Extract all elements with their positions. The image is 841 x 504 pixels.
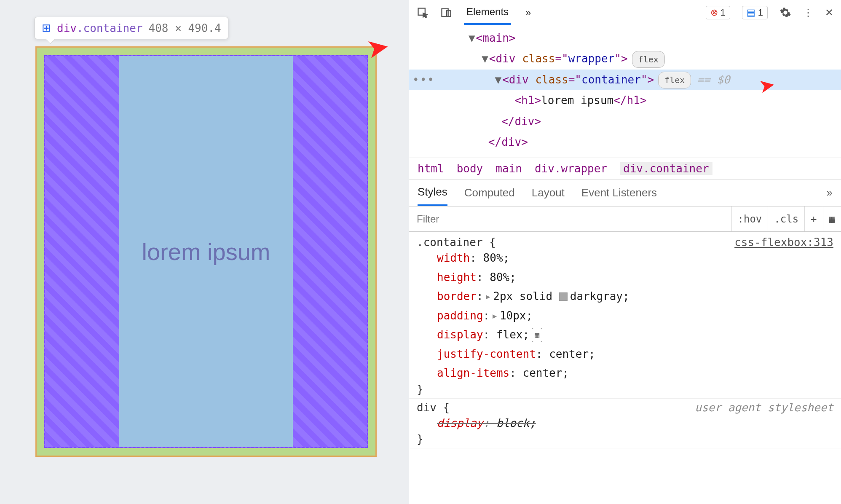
info-badge[interactable]: ▤1 bbox=[742, 6, 768, 19]
devtools-toolbar: Elements » ⊗1 ▤1 ⋮ ✕ bbox=[409, 0, 841, 25]
dom-node-close[interactable]: </div> bbox=[409, 132, 841, 153]
tooltip-selector: div.container bbox=[57, 22, 143, 35]
inspect-icon[interactable] bbox=[417, 7, 429, 19]
tooltip-dimensions: 408 × 490.4 bbox=[149, 22, 221, 35]
elements-tree[interactable]: ▼<main> ▼<div class="wrapper">flex ••• ▼… bbox=[409, 25, 841, 158]
close-icon[interactable]: ✕ bbox=[825, 7, 833, 19]
settings-icon[interactable] bbox=[779, 7, 791, 19]
new-rule-button[interactable]: + bbox=[804, 206, 822, 231]
subtab-computed[interactable]: Computed bbox=[464, 186, 515, 199]
crumb[interactable]: html bbox=[418, 162, 444, 175]
crumb[interactable]: body bbox=[457, 162, 483, 175]
css-rule-div-ua[interactable]: div { user agent stylesheet display: blo… bbox=[409, 399, 841, 449]
css-rule-container[interactable]: .container { css-flexbox:313 width: 80%;… bbox=[409, 233, 841, 399]
subtab-layout[interactable]: Layout bbox=[532, 186, 565, 199]
breadcrumb[interactable]: html body main div.wrapper div.container bbox=[409, 158, 841, 180]
crumb[interactable]: main bbox=[495, 162, 522, 175]
hov-toggle[interactable]: :hov bbox=[731, 206, 768, 231]
rule-source-link[interactable]: css-flexbox:313 bbox=[734, 236, 833, 249]
device-toggle-icon[interactable] bbox=[440, 7, 452, 19]
svg-rect-1 bbox=[442, 8, 448, 16]
kebab-icon[interactable]: ⋮ bbox=[803, 7, 813, 19]
styles-filter-row: :hov .cls + ▦ bbox=[409, 206, 841, 232]
dom-node-close[interactable]: </div> bbox=[409, 111, 841, 132]
error-badge[interactable]: ⊗1 bbox=[706, 6, 730, 19]
styles-filter-input[interactable] bbox=[409, 206, 731, 231]
flex-editor-icon[interactable]: ▦ bbox=[532, 328, 542, 342]
cls-toggle[interactable]: .cls bbox=[768, 206, 804, 231]
devtools-panel: Elements » ⊗1 ▤1 ⋮ ✕ ▼<main> ▼<div class… bbox=[409, 0, 841, 504]
styles-sidebar-icon[interactable]: ▦ bbox=[823, 206, 841, 231]
preview-heading: lorem ipsum bbox=[142, 238, 271, 265]
dom-node-wrapper[interactable]: ▼<div class="wrapper">flex bbox=[409, 48, 841, 69]
tab-elements[interactable]: Elements bbox=[464, 0, 511, 25]
rule-source: user agent stylesheet bbox=[695, 401, 833, 414]
highlighted-element: lorem ipsum bbox=[35, 46, 377, 457]
annotation-arrow-icon: ➤ bbox=[364, 30, 392, 65]
tabs-overflow[interactable]: » bbox=[523, 0, 533, 25]
subtab-styles[interactable]: Styles bbox=[418, 180, 447, 206]
styles-pane: .container { css-flexbox:313 width: 80%;… bbox=[409, 232, 841, 504]
crumb[interactable]: div.container bbox=[620, 162, 712, 175]
color-swatch[interactable] bbox=[559, 292, 568, 301]
rule-selector: div { bbox=[417, 401, 450, 414]
element-tooltip: ⊞ div.container 408 × 490.4 bbox=[35, 17, 228, 39]
styles-subtabs: Styles Computed Layout Event Listeners » bbox=[409, 180, 841, 206]
subtab-overflow[interactable]: » bbox=[827, 186, 833, 199]
dom-node-main[interactable]: ▼<main> bbox=[409, 28, 841, 48]
page-preview: ⊞ div.container 408 × 490.4 lorem ipsum … bbox=[0, 0, 409, 504]
crumb[interactable]: div.wrapper bbox=[535, 162, 607, 175]
dom-node-container[interactable]: ••• ▼<div class="container">flex== $0➤ bbox=[409, 70, 841, 90]
rule-selector[interactable]: .container { bbox=[417, 236, 496, 249]
flex-item: lorem ipsum bbox=[119, 56, 293, 447]
flex-icon: ⊞ bbox=[42, 21, 51, 35]
flex-free-space: lorem ipsum bbox=[44, 55, 368, 448]
subtab-event-listeners[interactable]: Event Listeners bbox=[581, 186, 657, 199]
